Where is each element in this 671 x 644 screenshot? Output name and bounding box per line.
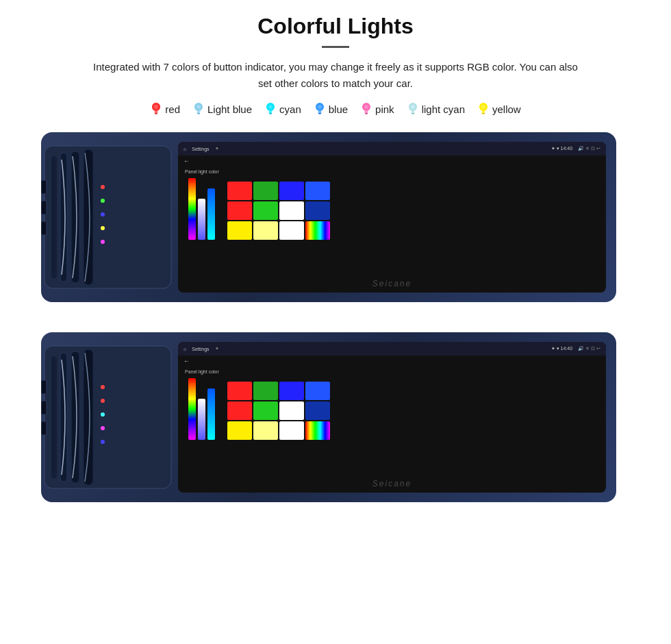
bulb-icon-cyan	[264, 101, 277, 116]
bulb-icon-red	[150, 101, 162, 116]
screen-bottom: ⌂ Settings ✦ ✦ ▾ 14:40 🔊 ✕ ⊡ ↩ ←	[178, 342, 606, 493]
svg-rect-54	[41, 421, 47, 435]
svg-rect-10	[269, 111, 273, 113]
svg-rect-46	[84, 349, 93, 485]
car-frame-left-bot	[41, 332, 178, 502]
svg-point-24	[411, 105, 415, 109]
svg-point-48	[101, 399, 105, 403]
svg-rect-2	[155, 111, 158, 113]
color-label-red-text: red	[165, 103, 180, 115]
svg-rect-26	[482, 111, 485, 113]
svg-rect-45	[71, 351, 79, 483]
svg-point-16	[318, 105, 322, 109]
color-label-lightblue-text: Light blue	[207, 103, 252, 115]
svg-rect-31	[60, 153, 67, 282]
svg-rect-19	[365, 113, 368, 114]
car-frame-left	[41, 132, 178, 302]
bulb-icon-lightcyan	[407, 101, 419, 116]
units-container: ⌂ Settings ✦ ✦ ▾ 14:40 🔊 ✕ ⊡ ↩ ←	[27, 129, 644, 521]
screen-topbar: ⌂ Settings ✦ ✦ ▾ 14:40 🔊 ✕ ⊡ ↩	[178, 142, 606, 156]
svg-point-50	[101, 426, 105, 430]
color-label-yellow: yellow	[477, 101, 521, 116]
svg-rect-14	[318, 111, 321, 113]
screen-back[interactable]: ←	[178, 156, 606, 166]
color-label-pink: pink	[360, 101, 394, 116]
svg-rect-22	[411, 111, 414, 113]
color-labels-row: red Light blue	[150, 101, 520, 116]
screen-topbar-bot: ⌂ Settings ✦ ✦ ▾ 14:40 🔊 ✕ ⊡ ↩	[178, 342, 606, 356]
bulb-icon-blue	[314, 101, 326, 116]
watermark-top: Seicane	[372, 279, 412, 288]
color-label-red: red	[150, 101, 180, 116]
svg-point-34	[101, 185, 105, 189]
page-container: Colorful Lights Integrated with 7 colors…	[0, 0, 671, 644]
svg-point-28	[481, 105, 485, 109]
svg-rect-41	[41, 221, 47, 235]
color-label-yellow-text: yellow	[492, 103, 521, 115]
color-label-lightblue: Light blue	[192, 101, 252, 116]
svg-point-38	[101, 240, 105, 244]
svg-point-8	[197, 105, 201, 109]
svg-rect-53	[41, 401, 47, 414]
page-title: Colorful Lights	[257, 14, 414, 39]
svg-rect-3	[155, 113, 157, 114]
svg-rect-23	[412, 113, 414, 114]
svg-rect-33	[84, 149, 93, 285]
car-unit-layer1: ⌂ Settings ✦ ✦ ▾ 14:40 🔊 ✕ ⊡ ↩ ←	[41, 132, 616, 302]
svg-rect-11	[269, 113, 272, 114]
svg-rect-52	[41, 380, 47, 394]
color-label-lightcyan-text: light cyan	[422, 103, 465, 115]
svg-rect-7	[197, 113, 200, 114]
svg-rect-6	[197, 111, 200, 113]
svg-point-12	[268, 105, 273, 109]
color-grid-bot	[227, 382, 330, 440]
bulb-icon-yellow	[477, 101, 490, 116]
svg-point-20	[364, 105, 368, 109]
svg-point-47	[101, 385, 105, 389]
watermark-bot: Seicane	[372, 479, 412, 488]
svg-rect-15	[318, 113, 321, 114]
svg-point-35	[101, 199, 105, 203]
color-grid-section	[227, 182, 330, 240]
svg-point-49	[101, 412, 105, 417]
screen-top: ⌂ Settings ✦ ✦ ▾ 14:40 🔊 ✕ ⊡ ↩ ←	[178, 142, 606, 293]
screen-content-area-bot: Panel light color	[178, 367, 606, 443]
bulb-icon-lightblue	[192, 101, 205, 116]
color-label-blue: blue	[314, 101, 348, 116]
color-bars-bot: Panel light color	[185, 369, 219, 440]
screen-back-bot[interactable]: ←	[178, 356, 606, 367]
color-label-pink-text: pink	[375, 103, 394, 115]
svg-rect-44	[60, 353, 67, 482]
stacked-unit-bottom: ⌂ Settings ✦ ✦ ▾ 14:40 🔊 ✕ ⊡ ↩ ←	[41, 332, 630, 517]
svg-rect-30	[51, 156, 57, 278]
color-label-blue-text: blue	[329, 103, 348, 115]
page-description: Integrated with 7 colors of button indic…	[89, 59, 582, 92]
svg-point-51	[101, 440, 105, 444]
screen-content-area: Panel light color	[178, 166, 606, 243]
svg-point-4	[154, 105, 158, 109]
color-bars-section: Panel light color	[185, 169, 219, 240]
car-unit-bot-layer1: ⌂ Settings ✦ ✦ ▾ 14:40 🔊 ✕ ⊡ ↩ ←	[41, 332, 616, 502]
color-label-lightcyan: light cyan	[407, 101, 465, 116]
svg-rect-18	[365, 111, 368, 113]
title-divider	[322, 46, 349, 48]
unit-row-bottom: ⌂ Settings ✦ ✦ ▾ 14:40 🔊 ✕ ⊡ ↩ ←	[41, 329, 630, 521]
stacked-unit-top: ⌂ Settings ✦ ✦ ▾ 14:40 🔊 ✕ ⊡ ↩ ←	[41, 132, 630, 317]
svg-rect-32	[71, 151, 79, 283]
svg-point-37	[101, 226, 105, 230]
color-label-cyan: cyan	[264, 101, 301, 116]
svg-point-36	[101, 212, 105, 216]
svg-rect-40	[41, 201, 47, 214]
svg-rect-27	[482, 113, 485, 114]
color-label-cyan-text: cyan	[279, 103, 301, 115]
svg-rect-43	[51, 356, 57, 478]
unit-row-top: ⌂ Settings ✦ ✦ ▾ 14:40 🔊 ✕ ⊡ ↩ ←	[41, 129, 630, 321]
svg-rect-39	[41, 180, 47, 194]
bulb-icon-pink	[360, 101, 372, 116]
